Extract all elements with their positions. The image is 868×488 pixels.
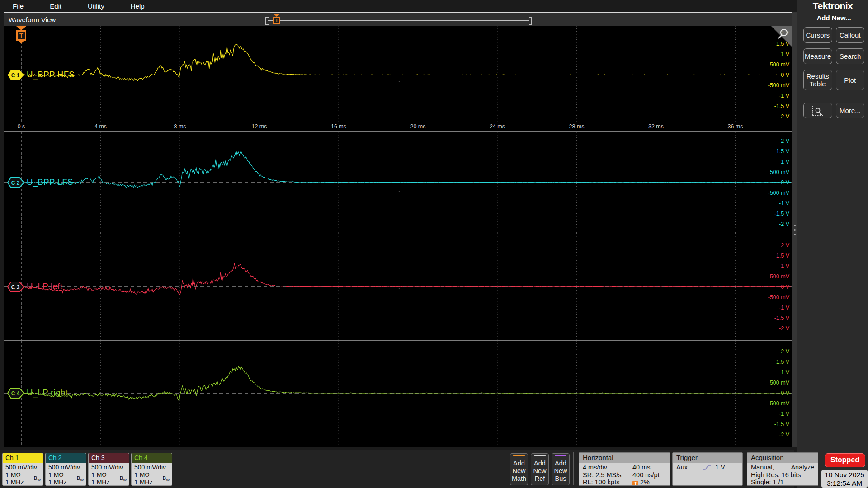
- menu-utility[interactable]: Utility: [80, 1, 112, 11]
- acquisition-resolution: High Res: 16 bits: [751, 471, 814, 479]
- rising-edge-icon: [703, 464, 712, 471]
- vaxis-label: 2 V: [754, 242, 789, 249]
- bottom-bar-divider: [573, 452, 574, 485]
- vaxis-label: 1.5 V: [754, 358, 789, 366]
- svg-text:C 2: C 2: [11, 180, 20, 186]
- vaxis-label: -2 V: [754, 113, 789, 120]
- channel-scale: 500 mV/div: [48, 464, 83, 471]
- tektronix-logo: Tektronix: [797, 0, 868, 12]
- callout-button[interactable]: Callout: [836, 27, 865, 43]
- svg-text:C 1: C 1: [11, 72, 20, 79]
- add-new-math-button[interactable]: Add New Math: [510, 453, 528, 485]
- waveform-plot-ch3: [4, 233, 792, 341]
- trace-ch2: [21, 151, 791, 188]
- results-table-button[interactable]: Results Table: [803, 70, 832, 90]
- cursors-button[interactable]: Cursors: [803, 27, 832, 43]
- run-stop-button[interactable]: Stopped: [825, 453, 865, 467]
- zoom-select-icon: [812, 106, 823, 116]
- minimap-record-line: [268, 20, 529, 21]
- trace-ch3: [21, 263, 791, 295]
- menu-help[interactable]: Help: [123, 1, 152, 11]
- horizontal-panel[interactable]: Horizontal 4 ms/div40 ms SR: 2.5 MS/s400…: [579, 452, 670, 486]
- time-axis: 0 s4 ms8 ms12 ms16 ms20 ms24 ms28 ms32 m…: [4, 122, 792, 131]
- waveform-pane-ch1[interactable]: C 1U_BPP HFS2 V1.5 V1 V500 mV0 V-500 mV-…: [4, 26, 792, 132]
- vaxis-label: -2 V: [754, 221, 789, 228]
- vaxis-label: -1.5 V: [754, 314, 789, 322]
- horizontal-panel-title: Horizontal: [579, 453, 670, 463]
- vaxis-label: -500 mV: [754, 400, 789, 407]
- acquisition-panel-title: Acquisition: [747, 453, 818, 463]
- add-new-ref-button[interactable]: Add New Ref: [531, 453, 549, 485]
- addbtn-stripe: [534, 455, 546, 456]
- channel-name-label-ch3[interactable]: U_LP left: [27, 282, 62, 291]
- trigger-flag-triangle: [16, 26, 26, 30]
- channel-name-label-ch2[interactable]: U_BPP LFS: [27, 177, 73, 187]
- more-button[interactable]: More...: [836, 103, 865, 118]
- zoom-corner-icon[interactable]: [771, 26, 792, 47]
- zoom-select-button[interactable]: [803, 103, 832, 118]
- record-length: RL: 100 kpts: [583, 479, 632, 486]
- trace-ch4: [21, 366, 791, 401]
- time-axis-label: 24 ms: [487, 123, 508, 130]
- time-axis-label: 32 ms: [646, 123, 666, 130]
- time-axis-label: 4 ms: [90, 123, 111, 130]
- channel-badge-c2[interactable]: C 2: [6, 176, 25, 189]
- datetime-display: 10 Nov 2025 3:12:54 AM: [821, 470, 868, 488]
- add-new-bus-button[interactable]: Add New Bus: [552, 453, 570, 485]
- addbtn-stripe: [513, 455, 525, 456]
- channel-badge-c3[interactable]: C 3: [6, 281, 25, 293]
- trigger-panel[interactable]: Trigger Aux 1 V: [672, 452, 743, 486]
- vaxis-label: -1.5 V: [754, 210, 789, 217]
- minimap-trigger-marker-icon[interactable]: T: [272, 14, 282, 26]
- vaxis-label: 500 mV: [754, 379, 789, 386]
- channel-settings-badge-ch1[interactable]: Ch 1500 mV/div1 MΩ1 MHzBW: [2, 453, 43, 486]
- waveform-view: Waveform View T C 1U_BPP HFS2 V1.5 V1 V5…: [4, 12, 792, 447]
- acquisition-analyze: Analyze: [791, 464, 814, 471]
- plot-button[interactable]: Plot: [836, 70, 865, 90]
- time-axis-label: 28 ms: [566, 123, 587, 130]
- trigger-position-flag-icon[interactable]: T: [14, 26, 28, 47]
- date-text: 10 Nov 2025: [821, 470, 868, 479]
- acquisition-panel[interactable]: Acquisition Manual, Analyze High Res: 16…: [747, 452, 818, 486]
- menu-edit[interactable]: Edit: [42, 1, 69, 11]
- vaxis-label: 2 V: [754, 137, 789, 145]
- channel-settings-badge-ch3[interactable]: Ch 3500 mV/div1 MΩ1 MHzBW: [88, 453, 129, 486]
- vaxis-label: 0 V: [754, 71, 789, 79]
- time-axis-label: 0 s: [11, 123, 32, 130]
- minimap-right-bracket: [529, 17, 532, 25]
- channel-badge-c1[interactable]: C 1: [6, 69, 25, 81]
- horizontal-scale: 4 ms/div: [583, 464, 632, 471]
- waveform-plot-ch4: [4, 341, 792, 446]
- record-view-minimap[interactable]: T: [262, 13, 533, 27]
- vaxis-label: -1 V: [754, 200, 789, 207]
- channel-name-label-ch4[interactable]: U_LP right: [27, 388, 68, 398]
- vaxis-label: 500 mV: [754, 273, 789, 280]
- vaxis-label: 1 V: [754, 263, 789, 270]
- addbtn-label: Add New Math: [510, 460, 528, 483]
- waveform-pane-ch4[interactable]: C 4U_LP right2 V1.5 V1 V500 mV0 V-500 mV…: [4, 341, 792, 446]
- channel-settings-badge-ch4[interactable]: Ch 4500 mV/div1 MΩ1 MHzBW: [131, 453, 172, 486]
- trigger-panel-title: Trigger: [673, 453, 742, 463]
- horizontal-window: 40 ms: [632, 464, 666, 471]
- waveform-pane-ch2[interactable]: C 2U_BPP LFS2 V1.5 V1 V500 mV0 V-500 mV-…: [4, 132, 792, 233]
- waveform-pane-ch3[interactable]: C 3U_LP left2 V1.5 V1 V500 mV0 V-500 mV-…: [4, 233, 792, 341]
- vaxis-label: -1 V: [754, 92, 789, 99]
- bandwidth-limit-icon: BW: [120, 474, 127, 484]
- vaxis-label: 0 V: [754, 389, 789, 397]
- channel-name-label-ch1[interactable]: U_BPP HFS: [27, 70, 75, 80]
- vaxis-label: 0 V: [754, 283, 789, 291]
- time-text: 3:12:54 AM: [821, 479, 868, 488]
- channel-scale: 500 mV/div: [91, 464, 126, 471]
- svg-text:C 3: C 3: [11, 284, 20, 291]
- channel-badge-c4[interactable]: C 4: [6, 387, 25, 399]
- panel-splitter-handle[interactable]: [792, 12, 797, 447]
- measure-button[interactable]: Measure: [803, 48, 832, 64]
- vaxis-label: 1.5 V: [754, 252, 789, 259]
- channel-settings-badge-ch2[interactable]: Ch 2500 mV/div1 MΩ1 MHzBW: [45, 453, 86, 486]
- vaxis-label: 500 mV: [754, 169, 789, 176]
- menu-file[interactable]: File: [5, 1, 31, 11]
- vaxis-label: 1 V: [754, 51, 789, 58]
- vaxis-label: -2 V: [754, 431, 789, 438]
- search-button[interactable]: Search: [836, 48, 864, 64]
- waveform-view-title[interactable]: Waveform View: [9, 16, 56, 23]
